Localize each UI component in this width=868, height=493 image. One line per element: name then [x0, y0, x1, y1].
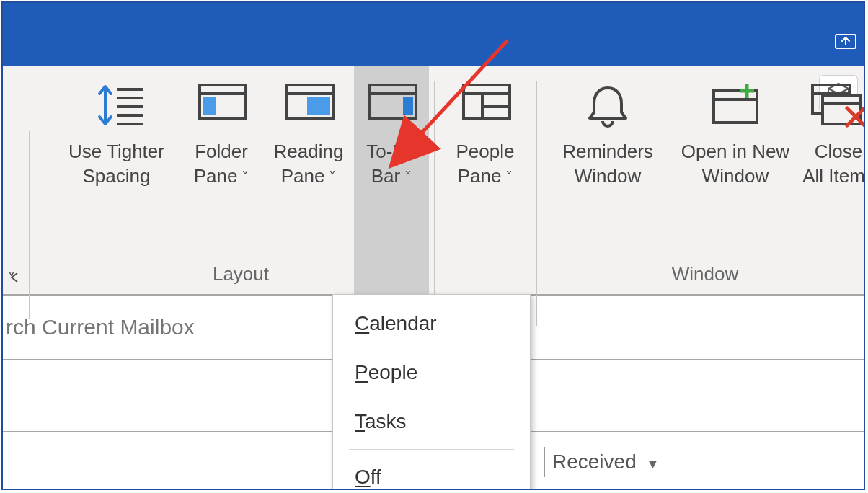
- group-separator: [536, 81, 537, 326]
- group-separator: [29, 131, 30, 319]
- dropdown-item-tasks[interactable]: Tasks: [333, 397, 530, 446]
- button-label: People: [441, 140, 529, 164]
- group-label-window: Window: [547, 263, 863, 285]
- button-label: Reading: [263, 140, 354, 164]
- svg-rect-8: [203, 97, 216, 115]
- item-rest: ff: [371, 466, 381, 488]
- dropdown-item-people[interactable]: People: [333, 348, 530, 397]
- button-label: Window: [547, 164, 668, 189]
- people-pane-icon: [461, 81, 510, 133]
- button-label: Use Tighter: [53, 140, 180, 164]
- ribbon: ˅ .left-chev-btn{font-size:0} Use Tighte…: [3, 66, 864, 296]
- tighter-spacing-icon: [92, 81, 141, 133]
- svg-rect-14: [403, 97, 413, 115]
- chevron-down-icon: ˅: [329, 169, 336, 185]
- item-rest: asks: [365, 410, 407, 432]
- sort-label-text: Received: [552, 450, 637, 473]
- button-label: Pane˅: [263, 164, 354, 189]
- svg-rect-11: [307, 97, 330, 115]
- chevron-down-icon[interactable]: ˅: [7, 270, 16, 290]
- dropdown-item-calendar[interactable]: Calendar: [333, 299, 530, 348]
- chevron-down-icon: ˅: [505, 169, 513, 185]
- todo-bar-icon: [367, 81, 416, 133]
- folder-pane-icon: [197, 81, 246, 133]
- button-label: Bar˅: [354, 164, 429, 189]
- close-all-icon: [808, 81, 865, 133]
- dropdown-item-off[interactable]: Off: [333, 453, 530, 490]
- svg-rect-15: [464, 85, 510, 118]
- group-label-layout: Layout: [53, 263, 428, 285]
- open-new-window-icon: [705, 81, 766, 133]
- item-rest: eople: [368, 361, 418, 383]
- button-label: Close: [802, 140, 865, 164]
- chevron-down-icon: ˅: [242, 169, 249, 185]
- chevron-down-icon: ˅: [404, 169, 412, 185]
- item-rest: alendar: [369, 312, 436, 334]
- group-separator: [434, 81, 435, 326]
- reading-pane-icon: [284, 81, 333, 133]
- people-pane-button[interactable]: People Pane˅: [441, 66, 529, 311]
- button-label: To-Do: [354, 140, 429, 164]
- button-label: Spacing: [53, 164, 180, 189]
- sort-by-received[interactable]: Received ▼: [544, 447, 659, 477]
- collapse-ribbon-icon[interactable]: [833, 29, 858, 53]
- chevron-down-icon: ▼: [647, 457, 660, 471]
- todo-bar-dropdown: Calendar People Tasks Off: [332, 294, 531, 490]
- bell-icon: [579, 81, 637, 133]
- button-label: Reminders: [547, 140, 668, 164]
- button-label: Window: [668, 164, 802, 189]
- svg-rect-19: [714, 91, 757, 123]
- button-label: All Items: [802, 164, 865, 189]
- button-label: Pane˅: [180, 164, 263, 189]
- button-label: Pane˅: [441, 164, 529, 189]
- button-label: Folder: [180, 140, 263, 164]
- titlebar: [3, 3, 864, 66]
- button-label: Open in New: [668, 140, 802, 164]
- dropdown-separator: [349, 449, 514, 450]
